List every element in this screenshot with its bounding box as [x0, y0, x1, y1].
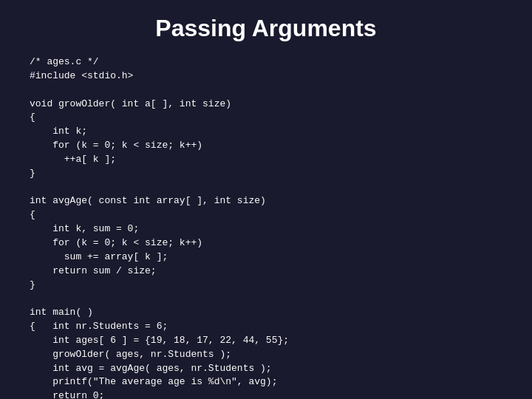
slide-title: Passing Arguments: [30, 15, 502, 42]
slide-container: Passing Arguments /* ages.c */ #include …: [0, 0, 532, 399]
code-block: /* ages.c */ #include <stdio.h> void gro…: [30, 55, 502, 399]
